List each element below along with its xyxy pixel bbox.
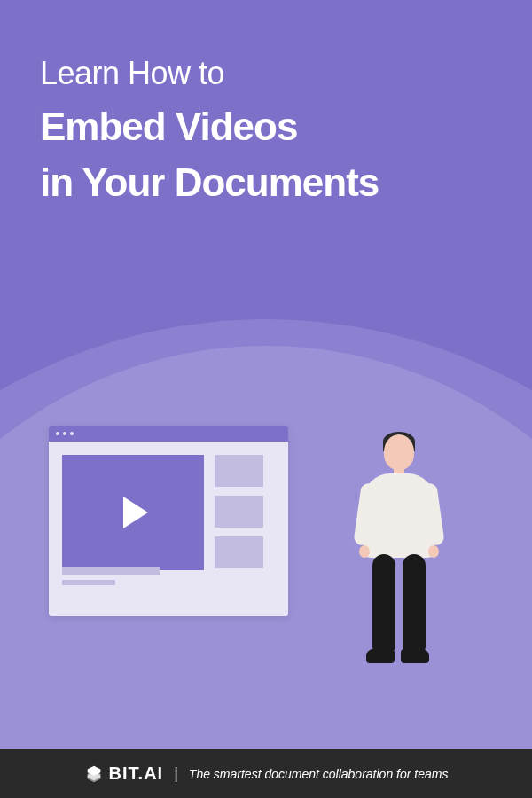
person-hand-right bbox=[428, 545, 439, 558]
person-illustration bbox=[350, 434, 448, 683]
caption-line bbox=[62, 567, 160, 575]
video-player-illustration bbox=[62, 455, 204, 570]
window-dot-icon bbox=[70, 432, 74, 435]
person-hand-left bbox=[359, 545, 370, 558]
window-dot-icon bbox=[56, 432, 59, 435]
sidebar-thumbnail bbox=[215, 455, 263, 487]
browser-content-area bbox=[49, 442, 288, 583]
bit-logo-icon bbox=[84, 764, 104, 784]
footer-tagline: The smartest document collaboration for … bbox=[189, 767, 449, 781]
play-icon bbox=[123, 497, 148, 528]
person-shoe-right bbox=[401, 649, 429, 663]
browser-window-illustration bbox=[49, 426, 288, 616]
header-section: Learn How to Embed Videos in Your Docume… bbox=[0, 0, 532, 207]
person-head bbox=[384, 434, 414, 470]
video-caption-lines bbox=[62, 567, 160, 585]
person-legs bbox=[371, 554, 427, 652]
sidebar-thumbnail bbox=[215, 496, 263, 528]
footer-divider: | bbox=[174, 764, 178, 783]
window-dot-icon bbox=[63, 432, 66, 435]
title-main-line1: Embed Videos bbox=[40, 102, 492, 151]
illustration-container bbox=[0, 426, 532, 745]
title-intro: Learn How to bbox=[40, 53, 492, 95]
sidebar-thumbnail bbox=[215, 536, 263, 568]
person-leg-right bbox=[403, 554, 426, 652]
caption-line bbox=[62, 580, 115, 585]
video-sidebar bbox=[215, 455, 263, 570]
brand-logo: BIT.AI bbox=[84, 763, 164, 784]
person-shoe-left bbox=[366, 649, 395, 663]
title-main-line2: in Your Documents bbox=[40, 158, 492, 207]
person-leg-left bbox=[372, 554, 395, 652]
brand-name: BIT.AI bbox=[109, 763, 164, 784]
footer-bar: BIT.AI | The smartest document collabora… bbox=[0, 749, 532, 798]
browser-title-bar bbox=[49, 426, 288, 442]
